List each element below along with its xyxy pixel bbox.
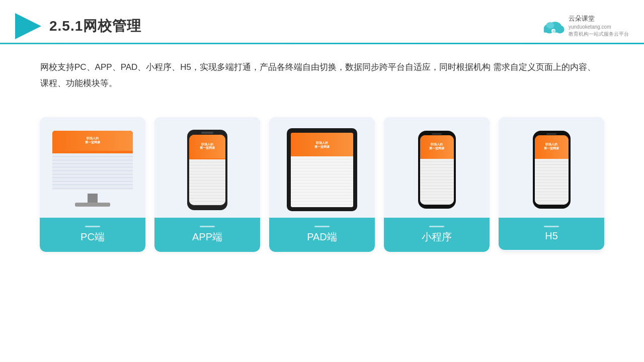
app-phone-screen: 职场人的第一堂网课 [189, 135, 225, 205]
card-pc-image: 职场人的第一堂网课 [40, 117, 145, 218]
logo-name: 云朵课堂 [569, 14, 629, 23]
page-title: 2.5.1网校管理 [49, 17, 141, 36]
logo-area: 云 云朵课堂 yunduoketang.com 教育机构一站式服务云平台 [541, 14, 629, 37]
card-miniapp-label: 小程序 [384, 218, 490, 252]
card-h5-label: H5 [499, 218, 604, 250]
card-miniapp-image: 职场人的第一堂网课 [384, 117, 490, 218]
miniapp-phone-screen: 职场人的第一堂网课 [420, 135, 454, 205]
card-pc-label: PC端 [40, 218, 145, 252]
card-h5: 职场人的第一堂网课 H5 [499, 117, 604, 252]
play-icon [15, 13, 41, 39]
card-pad: 职场人的第一堂网课 PAD端 [269, 117, 375, 252]
header-left: 2.5.1网校管理 [15, 13, 141, 39]
h5-phone-icon: 职场人的第一堂网课 [533, 131, 571, 209]
description-text: 网校支持PC、APP、PAD、小程序、H5，实现多端打通，产品各终端自由切换，数… [0, 44, 644, 92]
page-header: 2.5.1网校管理 云 云朵课堂 yunduoketang.com 教育机构一站… [0, 0, 644, 43]
cards-section: 职场人的第一堂网课 PC端 职场人的第一堂网课 [0, 97, 644, 252]
svg-point-5 [546, 22, 554, 29]
pad-screen: 职场人的第一堂网课 [291, 133, 353, 207]
card-pad-image: 职场人的第一堂网课 [269, 117, 375, 218]
svg-marker-0 [15, 13, 41, 39]
card-miniapp: 职场人的第一堂网课 小程序 [384, 117, 490, 252]
svg-text:云: 云 [552, 30, 555, 33]
card-h5-image: 职场人的第一堂网课 [499, 117, 604, 218]
description-paragraph: 网校支持PC、APP、PAD、小程序、H5，实现多端打通，产品各终端自由切换，数… [40, 59, 604, 92]
card-pc: 职场人的第一堂网课 PC端 [40, 117, 145, 252]
logo-text-block: 云朵课堂 yunduoketang.com 教育机构一站式服务云平台 [569, 14, 629, 37]
card-pad-label: PAD端 [269, 218, 375, 252]
pad-icon: 职场人的第一堂网课 [287, 128, 357, 211]
card-app-label: APP端 [154, 218, 260, 252]
logo-url: yunduoketang.com [569, 24, 629, 31]
pc-monitor-icon: 职场人的第一堂网课 [50, 131, 135, 209]
card-app: 职场人的第一堂网课 APP端 [154, 117, 260, 252]
miniapp-phone-icon: 职场人的第一堂网课 [418, 131, 456, 209]
logo-tagline: 教育机构一站式服务云平台 [569, 31, 629, 38]
app-phone-icon: 职场人的第一堂网课 [187, 130, 227, 210]
header-right: 云 云朵课堂 yunduoketang.com 教育机构一站式服务云平台 [541, 14, 629, 37]
logo-icon: 云 [541, 17, 566, 35]
card-app-image: 职场人的第一堂网课 [154, 117, 260, 218]
h5-phone-screen: 职场人的第一堂网课 [535, 135, 569, 205]
